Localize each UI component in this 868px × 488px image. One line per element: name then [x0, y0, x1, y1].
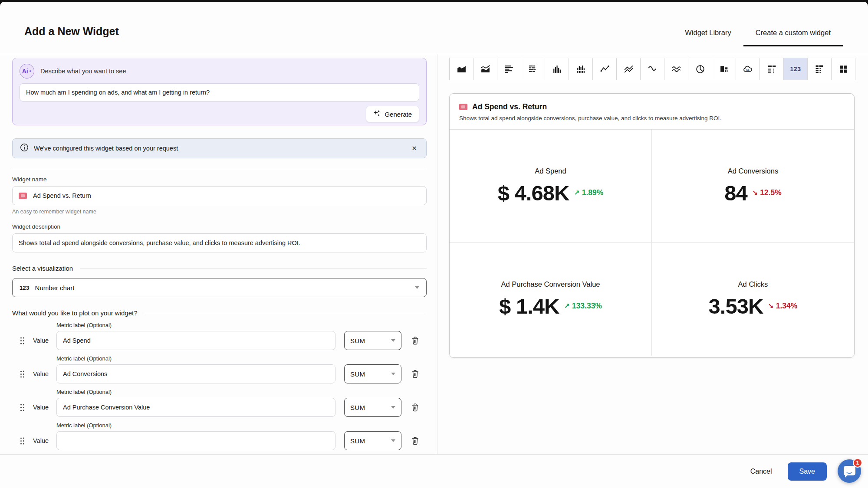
visualization-select[interactable]: 123 Number chart: [12, 278, 427, 297]
kpi-value: $ 1.4K: [499, 294, 559, 318]
chevron-down-icon: [391, 339, 395, 342]
aggregation-select[interactable]: SUM: [344, 331, 401, 350]
stream-chart-icon[interactable]: [664, 58, 688, 80]
metric-label-input[interactable]: [56, 398, 335, 417]
pie-chart-icon[interactable]: [688, 58, 712, 80]
value-caption: Value: [33, 337, 56, 344]
value-caption: Value: [33, 437, 56, 444]
number-chart-badge-icon: 123: [20, 285, 30, 291]
word-cloud-icon[interactable]: Aa: [736, 58, 760, 80]
kpi-value: 84: [724, 181, 747, 205]
trend-down-arrow-icon: ↘: [752, 189, 758, 197]
chart-type-toolbar: Aa123: [449, 58, 855, 80]
drag-handle-icon[interactable]: [20, 437, 33, 445]
aggregation-select[interactable]: SUM: [344, 364, 401, 383]
metric-rows: Metric label (Optional) Value SUM Metric…: [12, 322, 427, 450]
aggregation-select[interactable]: SUM: [344, 398, 401, 417]
metric-label-input[interactable]: [56, 431, 335, 450]
section-rule: [80, 268, 427, 269]
ai-prompt-input[interactable]: [20, 83, 419, 102]
kpi-tile: Ad Clicks 3.53K ↘ 1.34%: [652, 243, 854, 356]
widget-config-pane: Ai✦ Describe what you want to see Genera…: [0, 54, 437, 454]
metric-row: Metric label (Optional) Value SUM: [12, 422, 427, 450]
banner-text: We've configured this widget based on yo…: [34, 145, 178, 152]
kpi-tile: Ad Purchase Conversion Value $ 1.4K ↗ 13…: [450, 243, 652, 356]
ai-prompt-label: Describe what you want to see: [40, 68, 126, 75]
widget-name-input[interactable]: [33, 192, 420, 199]
pivot-table-icon[interactable]: [808, 58, 832, 80]
chevron-down-icon: [391, 406, 395, 409]
cancel-button[interactable]: Cancel: [750, 468, 772, 475]
visualization-section-title: Select a visualization: [12, 265, 73, 272]
widget-description-label: Widget description: [12, 223, 427, 230]
drag-handle-icon[interactable]: [20, 370, 33, 378]
widget-name-helper: An easy to remember widget name: [12, 209, 427, 215]
trend-down-arrow-icon: ↘: [768, 302, 773, 310]
delete-metric-button[interactable]: [411, 370, 419, 378]
quadrant-chart-icon[interactable]: [832, 58, 855, 80]
number-chart-icon[interactable]: 123: [784, 58, 808, 80]
kpi-delta: ↘ 12.5%: [752, 188, 782, 197]
spline-chart-icon[interactable]: [641, 58, 664, 80]
metric-row: Metric label (Optional) Value SUM: [12, 389, 427, 417]
ai-prompt-box: Ai✦ Describe what you want to see Genera…: [12, 58, 427, 125]
column-chart-icon[interactable]: [545, 58, 569, 80]
section-rule: [145, 313, 427, 313]
delete-metric-button[interactable]: [411, 336, 419, 345]
bar-chart-horizontal-icon[interactable]: [497, 58, 521, 80]
delete-metric-button[interactable]: [411, 403, 419, 412]
kpi-label: Ad Clicks: [738, 280, 768, 288]
tab-create-a-custom-widget[interactable]: Create a custom widget: [743, 23, 843, 46]
stacked-column-chart-icon[interactable]: [569, 58, 593, 80]
aggregation-select[interactable]: SUM: [344, 431, 401, 450]
line-chart-icon[interactable]: [593, 58, 617, 80]
metric-label-caption: Metric label (Optional): [56, 322, 427, 328]
treemap-chart-icon[interactable]: [712, 58, 736, 80]
trend-up-arrow-icon: ↗: [574, 189, 579, 197]
widget-description-input[interactable]: [12, 233, 427, 252]
kpi-label: Ad Purchase Conversion Value: [501, 280, 600, 288]
summary-table-icon[interactable]: [760, 58, 784, 80]
kpi-tile: Ad Conversions 84 ↘ 12.5%: [652, 130, 854, 243]
stacked-bar-chart-horizontal-icon[interactable]: [521, 58, 545, 80]
preview-description: Shows total ad spend alongside conversio…: [459, 115, 845, 121]
multi-line-chart-icon[interactable]: [617, 58, 641, 80]
chevron-down-icon: [391, 439, 395, 442]
delete-metric-button[interactable]: [411, 436, 419, 445]
metric-label-input[interactable]: [56, 364, 335, 383]
kpi-tile: Ad Spend $ 4.68K ↗ 1.89%: [450, 130, 652, 243]
chevron-down-icon: [391, 373, 395, 375]
ai-sparkle-icon: Ai✦: [20, 64, 34, 79]
chat-icon: [844, 466, 855, 475]
kpi-label: Ad Spend: [535, 167, 566, 175]
widget-name-field[interactable]: [12, 186, 427, 205]
info-banner: We've configured this widget based on yo…: [12, 138, 427, 158]
tab-widget-library[interactable]: Widget Library: [673, 23, 743, 46]
metric-label-input[interactable]: [56, 331, 335, 350]
generate-button[interactable]: Generate: [366, 106, 419, 122]
metric-label-caption: Metric label (Optional): [56, 355, 427, 362]
notification-badge: 1: [853, 458, 862, 468]
sparkles-icon: [373, 110, 381, 118]
drag-handle-icon[interactable]: [20, 404, 33, 411]
kpi-value: $ 4.68K: [498, 181, 569, 205]
stacked-area-chart-icon[interactable]: [473, 58, 497, 80]
metric-row: Metric label (Optional) Value SUM: [12, 355, 427, 383]
drag-handle-icon[interactable]: [20, 337, 33, 344]
area-chart-icon[interactable]: [450, 58, 473, 80]
metric-label-caption: Metric label (Optional): [56, 389, 427, 395]
plot-section-title: What would you like to plot on your widg…: [12, 309, 138, 317]
modal-footer: Cancel Save 1: [0, 454, 868, 488]
modal-header: Add a New Widget Widget LibraryCreate a …: [0, 2, 868, 54]
save-button[interactable]: Save: [788, 462, 827, 481]
chat-launcher-button[interactable]: 1: [838, 459, 861, 483]
widget-preview-pane: Aa123 Ad Spend vs. Return Shows total ad…: [437, 54, 868, 454]
widget-preview-card: Ad Spend vs. Return Shows total ad spend…: [449, 93, 855, 358]
tab-bar: Widget LibraryCreate a custom widget: [673, 23, 843, 46]
kpi-delta: ↗ 133.33%: [564, 301, 602, 311]
chevron-down-icon: [415, 286, 419, 289]
metric-label-caption: Metric label (Optional): [56, 422, 427, 429]
close-icon[interactable]: ✕: [410, 143, 419, 154]
metric-row: Metric label (Optional) Value SUM: [12, 322, 427, 350]
widget-favicon-icon: [19, 193, 27, 199]
